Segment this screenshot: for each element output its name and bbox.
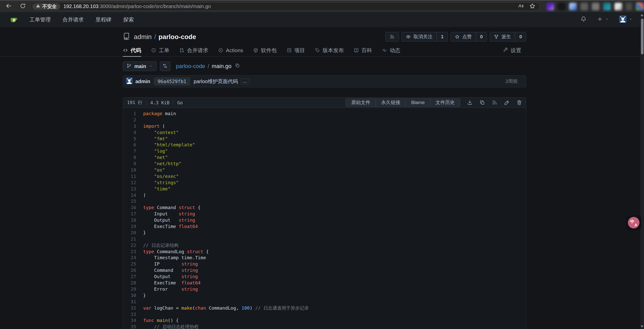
line-number[interactable]: 30 xyxy=(123,292,136,299)
line-number[interactable]: 4 xyxy=(123,129,136,136)
line-number[interactable]: 26 xyxy=(123,267,136,274)
file-button-1[interactable]: 永久链接 xyxy=(376,99,406,107)
user-menu[interactable] xyxy=(619,15,633,24)
unwatch-button[interactable]: 取消关注1 xyxy=(402,32,448,42)
copy-icon-button[interactable] xyxy=(479,100,485,105)
extension-icon[interactable] xyxy=(615,3,622,10)
rss-icon-button[interactable] xyxy=(492,100,497,105)
notifications-bell-icon[interactable] xyxy=(580,16,587,23)
tab-releases[interactable]: 版本发布 xyxy=(315,44,344,57)
commit-hash-button[interactable]: 96a4529fb1 xyxy=(154,78,190,85)
line-number[interactable]: 17 xyxy=(123,211,136,217)
extension-icon[interactable] xyxy=(580,3,588,10)
line-number[interactable]: 29 xyxy=(123,286,136,292)
extension-icon[interactable] xyxy=(569,3,577,10)
security-badge[interactable]: 不安全 xyxy=(32,3,60,10)
line-number[interactable]: 13 xyxy=(123,186,136,192)
tab-packages[interactable]: 软件包 xyxy=(253,44,277,57)
line-number[interactable]: 14 xyxy=(123,192,136,199)
star-count[interactable]: 0 xyxy=(476,32,487,41)
line-number[interactable]: 19 xyxy=(123,223,136,230)
line-number[interactable]: 27 xyxy=(123,274,136,280)
line-number[interactable]: 34 xyxy=(123,317,136,324)
extension-icon[interactable] xyxy=(558,3,565,10)
browser-reload-icon[interactable] xyxy=(19,3,27,10)
line-number[interactable]: 15 xyxy=(123,198,136,205)
tab-pulls[interactable]: 合并请求 xyxy=(179,44,208,57)
tab-code[interactable]: 代码 xyxy=(123,44,141,57)
compare-button[interactable] xyxy=(160,61,170,71)
gitea-logo-icon[interactable]: b xyxy=(10,16,18,24)
line-number[interactable]: 24 xyxy=(123,255,136,261)
star-button[interactable]: 点赞0 xyxy=(450,32,487,42)
browser-back-icon[interactable] xyxy=(5,3,13,10)
pencil-icon-button[interactable] xyxy=(504,100,510,105)
tab-settings[interactable]: 设置 xyxy=(503,44,521,57)
line-number[interactable]: 33 xyxy=(123,311,136,318)
rss-button[interactable] xyxy=(385,32,399,42)
line-number[interactable]: 18 xyxy=(123,217,136,223)
line-number[interactable]: 23 xyxy=(123,249,136,255)
line-number[interactable]: 12 xyxy=(123,180,136,186)
create-new-button[interactable] xyxy=(597,16,609,23)
tab-wiki[interactable]: 百科 xyxy=(354,44,372,57)
unwatch-count[interactable]: 1 xyxy=(437,32,448,41)
tab-actions[interactable]: Actions xyxy=(218,44,243,57)
extension-icon[interactable] xyxy=(603,3,611,10)
line-number[interactable]: 3 xyxy=(123,123,136,129)
commit-author-link[interactable]: admin xyxy=(135,79,150,84)
extension-icon[interactable] xyxy=(626,3,632,10)
repo-name-link[interactable]: parloo-code xyxy=(159,33,196,41)
file-button-3[interactable]: 文件历史 xyxy=(430,99,460,107)
extension-icon[interactable] xyxy=(592,3,599,10)
translate-button[interactable]: 中 A xyxy=(628,217,639,228)
commit-message-link[interactable]: parloo维护页面代码 xyxy=(194,78,238,85)
commit-expand-button[interactable]: ... xyxy=(241,79,249,84)
branch-selector[interactable]: main xyxy=(123,61,157,71)
page-scrollbar[interactable] xyxy=(640,12,644,329)
file-button-0[interactable]: 原始文件 xyxy=(346,99,376,107)
commit-author-avatar[interactable] xyxy=(126,77,133,85)
browser-profile-avatar[interactable] xyxy=(636,2,644,11)
line-number[interactable]: 6 xyxy=(123,142,136,148)
nav-item-3[interactable]: 探索 xyxy=(123,16,134,23)
tab-activity[interactable]: 动态 xyxy=(382,44,400,57)
nav-item-0[interactable]: 工单管理 xyxy=(29,16,51,23)
line-number[interactable]: 5 xyxy=(123,136,136,142)
nav-item-1[interactable]: 合并请求 xyxy=(63,16,84,23)
line-number[interactable]: 28 xyxy=(123,280,136,286)
line-number[interactable]: 9 xyxy=(123,161,136,167)
scrollbar-down-arrow[interactable] xyxy=(641,325,643,327)
line-number[interactable]: 35 xyxy=(123,324,136,329)
extension-icon[interactable] xyxy=(546,3,554,10)
nav-item-2[interactable]: 里程碑 xyxy=(96,16,111,23)
scrollbar-thumb[interactable] xyxy=(641,19,643,54)
read-aloud-icon[interactable]: A xyxy=(517,3,524,10)
line-number[interactable]: 21 xyxy=(123,236,136,242)
line-number[interactable]: 10 xyxy=(123,167,136,173)
tab-projects[interactable]: 项目 xyxy=(287,44,305,57)
fork-count[interactable]: 0 xyxy=(515,32,526,41)
breadcrumb-repo-link[interactable]: parloo-code xyxy=(176,63,205,70)
line-number[interactable]: 11 xyxy=(123,173,136,180)
tab-issues[interactable]: 工单 xyxy=(151,44,169,57)
file-button-2[interactable]: Blame xyxy=(406,99,430,107)
line-number[interactable]: 16 xyxy=(123,205,136,211)
fork-button[interactable]: 派生0 xyxy=(489,32,526,42)
line-number[interactable]: 31 xyxy=(123,299,136,305)
repo-owner-link[interactable]: admin xyxy=(134,33,152,41)
line-number[interactable]: 2 xyxy=(123,117,136,123)
favorite-star-icon[interactable] xyxy=(529,3,536,10)
line-number[interactable]: 22 xyxy=(123,242,136,249)
scrollbar-up-arrow[interactable] xyxy=(641,14,643,16)
line-number[interactable]: 32 xyxy=(123,305,136,311)
download-icon-button[interactable] xyxy=(467,100,473,105)
line-number[interactable]: 8 xyxy=(123,154,136,161)
line-number[interactable]: 1 xyxy=(123,111,136,117)
line-number[interactable]: 7 xyxy=(123,148,136,154)
trash-icon-button[interactable] xyxy=(516,100,522,105)
line-number[interactable]: 25 xyxy=(123,261,136,267)
line-number[interactable]: 20 xyxy=(123,230,136,236)
address-bar[interactable]: 不安全 192.168.20.103:3000/admin/parloo-cod… xyxy=(31,2,540,11)
user-avatar[interactable] xyxy=(619,15,627,24)
